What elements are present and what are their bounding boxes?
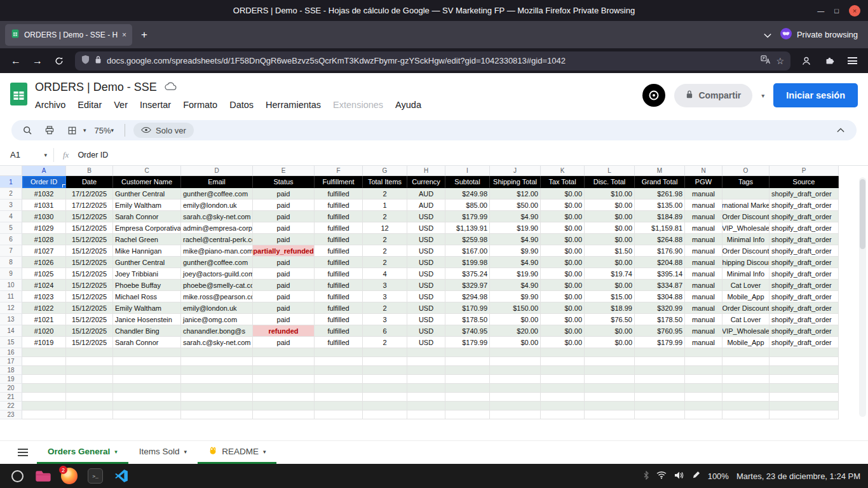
menu-datos[interactable]: Datos (229, 100, 254, 110)
cell-M20[interactable] (635, 384, 685, 393)
cell-H22[interactable] (407, 402, 445, 410)
cell-M2[interactable]: $261.98 (635, 188, 685, 200)
cell-P2[interactable]: shopify_draft_order (770, 188, 839, 200)
cell-M4[interactable]: $184.89 (635, 211, 685, 222)
shield-icon[interactable] (81, 55, 90, 67)
cell-B3[interactable]: 17/12/2025 (66, 200, 113, 211)
column-header-I[interactable]: I (445, 166, 490, 176)
cell-M10[interactable]: $334.87 (635, 280, 685, 291)
tab-close-icon[interactable]: × (122, 30, 126, 39)
cell-I3[interactable]: $85.00 (445, 200, 490, 211)
cell-P5[interactable]: shopify_draft_order (770, 222, 839, 234)
cell-E6[interactable]: paid (253, 234, 315, 245)
vertical-scrollbar-thumb[interactable] (860, 179, 865, 249)
cell-C8[interactable]: Gunther Central (113, 257, 181, 268)
cell-M18[interactable] (635, 366, 685, 375)
cell-G18[interactable] (363, 366, 407, 375)
cell-H18[interactable] (407, 366, 445, 375)
cell-M19[interactable] (635, 375, 685, 384)
row-header-9[interactable]: 9 (0, 268, 22, 280)
name-box[interactable]: A1 ▾ (0, 150, 53, 159)
cell-K14[interactable]: $0.00 (541, 325, 585, 337)
cell-G7[interactable]: 2 (363, 245, 407, 257)
cell-L12[interactable]: $18.99 (585, 302, 635, 314)
cell-K17[interactable] (541, 357, 585, 366)
column-header-A[interactable]: A (22, 166, 66, 176)
cell-F4[interactable]: fulfilled (315, 211, 363, 222)
cell-D11[interactable]: mike.ross@pearson.com (181, 291, 253, 302)
row-header-7[interactable]: 7 (0, 245, 22, 257)
wifi-icon[interactable] (656, 471, 667, 481)
column-header-G[interactable]: G (363, 166, 407, 176)
cell-G16[interactable] (363, 348, 407, 357)
cell-B2[interactable]: 17/12/2025 (66, 188, 113, 200)
cell-D23[interactable] (181, 410, 253, 419)
cell-H9[interactable]: USD (407, 268, 445, 280)
cell-C5[interactable]: Empresa Corporativa (113, 222, 181, 234)
cell-M23[interactable] (635, 410, 685, 419)
cell-I13[interactable]: $178.50 (445, 314, 490, 325)
cell-E18[interactable] (253, 366, 315, 375)
translate-icon[interactable] (761, 55, 771, 67)
cell-E15[interactable]: paid (253, 337, 315, 348)
cell-J3[interactable]: $50.00 (490, 200, 541, 211)
cell-O4[interactable]: Order Discount (722, 211, 770, 222)
cell-N10[interactable]: manual (685, 280, 722, 291)
cell-C10[interactable]: Phoebe Buffay (113, 280, 181, 291)
cell-J22[interactable] (490, 402, 541, 410)
collapse-toolbar-chevron-icon[interactable] (832, 122, 849, 139)
cell-J17[interactable] (490, 357, 541, 366)
header-cell-F1[interactable]: Fulfillment (315, 176, 363, 188)
row-header-1[interactable]: 1 (0, 176, 22, 188)
cell-E8[interactable]: paid (253, 257, 315, 268)
cell-N16[interactable] (685, 348, 722, 357)
cell-E17[interactable] (253, 357, 315, 366)
cell-M7[interactable]: $176.90 (635, 245, 685, 257)
cell-B23[interactable] (66, 410, 113, 419)
cell-F9[interactable]: fulfilled (315, 268, 363, 280)
cell-B10[interactable]: 15/12/2025 (66, 280, 113, 291)
cell-J9[interactable]: $19.90 (490, 268, 541, 280)
cell-J19[interactable] (490, 375, 541, 384)
cell-H17[interactable] (407, 357, 445, 366)
cell-D2[interactable]: gunther@coffee.com (181, 188, 253, 200)
tab-items-sold-caret-icon[interactable]: ▾ (184, 449, 187, 455)
cell-F12[interactable]: fulfilled (315, 302, 363, 314)
cell-I8[interactable]: $199.98 (445, 257, 490, 268)
header-cell-N1[interactable]: PGW (685, 176, 722, 188)
bluetooth-icon[interactable] (644, 471, 649, 482)
cell-P9[interactable]: shopify_draft_order (770, 268, 839, 280)
cell-E21[interactable] (253, 393, 315, 402)
cell-P8[interactable]: shopify_draft_order (770, 257, 839, 268)
cell-F18[interactable] (315, 366, 363, 375)
column-header-J[interactable]: J (490, 166, 541, 176)
cell-O6[interactable]: Minimal Info (722, 234, 770, 245)
cell-I17[interactable] (445, 357, 490, 366)
row-header-19[interactable]: 19 (0, 375, 22, 384)
header-cell-J1[interactable]: Shipping Total (490, 176, 541, 188)
cell-P16[interactable] (770, 348, 839, 357)
menu-formato[interactable]: Formato (183, 100, 217, 110)
cell-P20[interactable] (770, 384, 839, 393)
cell-N3[interactable]: manual (685, 200, 722, 211)
cell-C20[interactable] (113, 384, 181, 393)
cell-C14[interactable]: Chandler Bing (113, 325, 181, 337)
cell-I20[interactable] (445, 384, 490, 393)
cell-O14[interactable]: VIP_Wholesale (722, 325, 770, 337)
cell-M3[interactable]: $135.00 (635, 200, 685, 211)
cell-A7[interactable]: #1027 (22, 245, 66, 257)
cell-E20[interactable] (253, 384, 315, 393)
cell-G12[interactable]: 2 (363, 302, 407, 314)
cell-F6[interactable]: fulfilled (315, 234, 363, 245)
cell-A6[interactable]: #1028 (22, 234, 66, 245)
cell-I21[interactable] (445, 393, 490, 402)
cell-E22[interactable] (253, 402, 315, 410)
cell-H19[interactable] (407, 375, 445, 384)
search-icon[interactable] (19, 122, 36, 139)
cell-O7[interactable]: Order Discount (722, 245, 770, 257)
cell-A20[interactable] (22, 384, 66, 393)
cell-P18[interactable] (770, 366, 839, 375)
cell-I4[interactable]: $179.99 (445, 211, 490, 222)
cell-D16[interactable] (181, 348, 253, 357)
cell-J5[interactable]: $19.90 (490, 222, 541, 234)
